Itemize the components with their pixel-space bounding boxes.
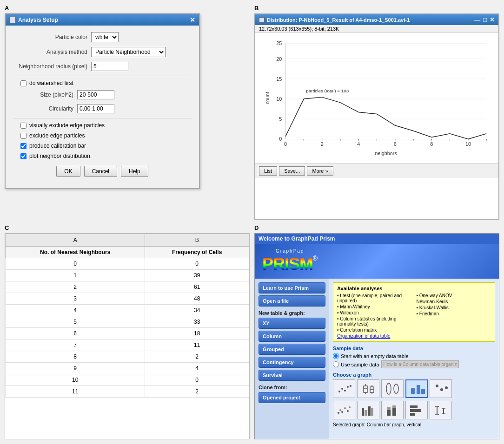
svg-rect-71: [410, 413, 415, 416]
available-analyses-box: Available analyses • t test (one-sample,…: [333, 282, 495, 342]
svg-rect-50: [417, 385, 420, 394]
xy-button[interactable]: XY: [259, 318, 325, 329]
graph-icon-grouped-bar[interactable]: [357, 401, 379, 419]
particle-color-select[interactable]: white: [91, 32, 119, 42]
how-link[interactable]: How is a Column data table organiz: [381, 360, 459, 368]
svg-point-54: [445, 386, 448, 389]
svg-text:4: 4: [357, 141, 360, 147]
learn-prism-button[interactable]: Learn to use Prism: [259, 282, 325, 294]
svg-point-59: [347, 410, 349, 412]
svg-point-52: [436, 385, 438, 387]
circularity-input[interactable]: [77, 104, 114, 113]
grouped-button[interactable]: Grouped: [259, 344, 325, 355]
analysis-method-select[interactable]: Particle Neighborhood: [91, 47, 166, 57]
svg-rect-39: [364, 386, 367, 392]
graph-icon-scatter2[interactable]: [430, 379, 452, 398]
exclude-edge-checkbox[interactable]: [20, 133, 27, 139]
clone-from-label: Clone from:: [259, 385, 325, 390]
panel-d-label: D: [254, 224, 499, 231]
graph-icon-multi-scatter[interactable]: [333, 401, 355, 419]
svg-point-60: [349, 406, 351, 408]
more-button[interactable]: More »: [307, 166, 333, 176]
sample-data-section: Sample data Start with an empty data tab…: [333, 346, 495, 368]
graph-icon-violin[interactable]: [381, 379, 404, 398]
cell-freq-9: 4: [145, 363, 249, 374]
graph-icons: [333, 379, 495, 398]
visually-exclude-checkbox[interactable]: [20, 123, 27, 129]
ok-button[interactable]: OK: [56, 166, 80, 177]
svg-rect-51: [421, 389, 425, 394]
choose-graph-title: Choose a graph: [333, 372, 495, 378]
radio-empty[interactable]: [333, 353, 339, 359]
calibration-bar-checkbox[interactable]: [20, 143, 27, 149]
col-b-header: B: [145, 234, 249, 247]
radio-sample[interactable]: [333, 361, 339, 367]
graph-icon-bar-vertical[interactable]: [405, 379, 428, 398]
cell-nn-9: 9: [6, 363, 145, 374]
chart-toolbar: List Save... More »: [255, 163, 498, 178]
analysis-setup-title: Analysis Setup: [18, 17, 58, 23]
particle-color-label: Particle color: [13, 34, 87, 40]
analyses-col-2: • One-way ANOV Newman-Keuls • Kruskal-Wa…: [417, 293, 491, 333]
help-button[interactable]: Help: [121, 166, 148, 177]
table-row: 82: [6, 351, 249, 363]
opened-project-button[interactable]: Opened project: [259, 392, 325, 403]
plot-neighbor-checkbox[interactable]: [20, 153, 27, 159]
graph-icon-horizontal-bar[interactable]: [405, 401, 428, 419]
graph-icon-box[interactable]: [357, 379, 379, 398]
svg-point-35: [341, 388, 343, 390]
cell-nn-0: 0: [6, 258, 145, 270]
cell-nn-8: 8: [6, 351, 145, 363]
panel-b-label: B: [254, 5, 499, 12]
selected-graph-label: Selected graph: Column bar graph, vertic…: [333, 422, 495, 427]
analyses-col-1: • t test (one-sample, paired and unpaire…: [337, 293, 412, 333]
analysis-method-label: Analysis method: [13, 49, 87, 55]
neighborhood-radius-input[interactable]: [91, 62, 128, 71]
cancel-button[interactable]: Cancel: [84, 166, 117, 177]
graph-icon-stacked[interactable]: [381, 401, 404, 419]
graphpad-text: GraphPad: [276, 248, 305, 254]
calibration-bar-label: produce calibration bar: [29, 143, 86, 149]
sample-data-title: Sample data: [333, 346, 495, 351]
svg-text:count: count: [265, 92, 270, 104]
chart-close-icon[interactable]: ✕: [490, 16, 495, 23]
watershed-checkbox[interactable]: [20, 80, 27, 86]
table-row: 618: [6, 328, 249, 340]
prism-content: Available analyses • t test (one-sample,…: [329, 279, 499, 439]
new-table-label: New table & graph:: [259, 310, 325, 316]
save-button[interactable]: Save...: [279, 166, 305, 176]
column-button[interactable]: Column: [259, 331, 325, 342]
graph-icon-error-bar[interactable]: [430, 401, 452, 419]
table-row: 112: [6, 386, 249, 398]
analysis-item-3: • Wilcoxon: [337, 310, 412, 315]
graph-icon-scatter[interactable]: [333, 379, 355, 398]
svg-point-58: [344, 407, 346, 409]
contingency-button[interactable]: Contingency: [259, 357, 325, 368]
table-row: 100: [6, 374, 249, 386]
cell-freq-8: 2: [145, 351, 249, 363]
open-file-button[interactable]: Open a file: [259, 295, 325, 307]
analysis-item-2: • Mann-Whitney: [337, 304, 412, 309]
chart-titlebar: Distribution: P-NbHood_5_Result of A4-dm…: [255, 14, 498, 25]
cell-nn-2: 2: [6, 281, 145, 293]
prism-window: Welcome to GraphPad Prism GraphPad PRISM…: [254, 233, 499, 439]
maximize-icon[interactable]: □: [483, 16, 487, 23]
prism-titlebar: Welcome to GraphPad Prism: [255, 234, 499, 244]
cell-nn-1: 1: [6, 270, 145, 281]
minimize-icon[interactable]: —: [474, 16, 480, 23]
survival-button[interactable]: Survival: [259, 370, 325, 381]
cell-freq-0: 0: [145, 258, 249, 270]
analysis-item-4: • Column statistics (including normality…: [337, 316, 412, 326]
svg-text:0: 0: [279, 136, 282, 142]
cell-freq-7: 11: [145, 340, 249, 351]
org-link[interactable]: Organization of data table: [337, 333, 491, 339]
prism-header: GraphPad PRISM ®: [255, 244, 499, 279]
svg-text:25: 25: [276, 40, 282, 46]
svg-text:2: 2: [321, 141, 324, 147]
analysis-item-9: • Friedman: [417, 311, 491, 316]
visually-exclude-label: visually exclude edge particles: [29, 122, 105, 129]
size-input[interactable]: [77, 90, 114, 99]
chart-title: Distribution: P-NbHood_5_Result of A4-dm…: [267, 17, 410, 23]
list-button[interactable]: List: [259, 166, 277, 176]
close-icon[interactable]: ✕: [190, 16, 195, 24]
